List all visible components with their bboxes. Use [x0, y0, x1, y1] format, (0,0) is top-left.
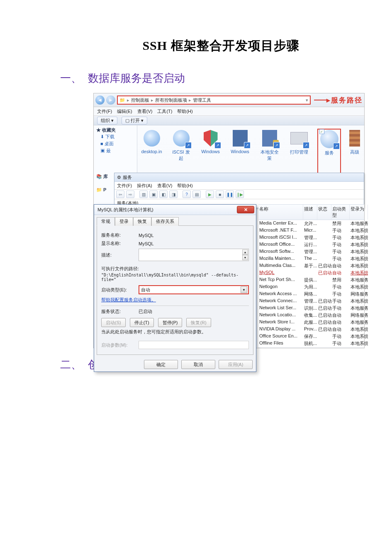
service-row[interactable]: Microsoft .NET F...Micr...手动本地系统	[258, 227, 364, 234]
start-button[interactable]: 启动(S)	[101, 318, 126, 327]
tb-stop[interactable]: ■	[216, 191, 224, 198]
tb-back[interactable]: ⇦	[116, 191, 124, 198]
section-2-num: 二、	[60, 357, 85, 372]
tab-general[interactable]: 常规	[97, 217, 115, 226]
sidebar-recent[interactable]: ▣ 最	[96, 147, 134, 154]
service-row[interactable]: Microsoft Softw...管理...手动本地系统	[258, 248, 364, 255]
stop-button[interactable]: 停止(T)	[130, 318, 154, 327]
apply-button[interactable]: 应用(A)	[219, 360, 253, 369]
service-row[interactable]: Microsoft Office...运行...手动本地系统	[258, 241, 364, 248]
service-row[interactable]: Network Store I...此服...已启动自动本地服务	[258, 319, 364, 326]
svc-menu-file[interactable]: 文件(F)	[117, 183, 132, 189]
desc-label: 描述:	[101, 252, 139, 258]
icon-desktop-ini[interactable]: desktop.in	[141, 129, 163, 174]
explorer-addressbar-row: ◄ ► 📁 ▸ 控制面板 ▸ 所有控制面板项 ▸ 管理工具 ▾ ▸服务路径	[94, 93, 364, 107]
start-params-hint: 当从此处启动服务时，您可指定所适用的启动参数。	[101, 329, 249, 335]
svc-menu-help[interactable]: 帮助(H)	[177, 183, 192, 189]
service-row[interactable]: Multimedia Clas...基于...已启动自动本地系统	[258, 262, 364, 269]
service-row[interactable]: Microsoft iSCSI I...管理...手动本地系统	[258, 234, 364, 241]
tb-1[interactable]: ▤	[192, 191, 201, 198]
services-list[interactable]: 名称 描述 状态 启动类型 登录为 Media Center Ex...允许..…	[258, 204, 364, 347]
chevron-down-icon: ▼	[241, 286, 247, 293]
tb-help[interactable]: ?	[183, 191, 191, 198]
description-field[interactable]: ▲▼	[139, 249, 249, 261]
section-1-num: 一、	[60, 71, 85, 86]
service-row[interactable]: Netlogon为用...手动本地系统	[258, 284, 364, 291]
icon-print-mgmt[interactable]: ↗打印管理	[288, 129, 310, 174]
sidebar-p[interactable]: 📁 P	[96, 187, 116, 193]
screenshot: ◄ ► 📁 ▸ 控制面板 ▸ 所有控制面板项 ▸ 管理工具 ▾ ▸服务路径 文件…	[93, 93, 365, 348]
tb-start[interactable]: ▶	[206, 191, 214, 198]
service-row[interactable]: Network List Ser...识别...已启动手动本地服务	[258, 305, 364, 312]
crumb-1[interactable]: 所有控制面板项	[155, 97, 187, 103]
tb-export[interactable]: ◧	[159, 191, 168, 198]
service-row[interactable]: Offline Files脱机...手动本地系统	[258, 340, 364, 347]
menu-view[interactable]: 查看(V)	[137, 108, 153, 115]
address-bar[interactable]: 📁 ▸ 控制面板 ▸ 所有控制面板项 ▸ 管理工具 ▾	[117, 95, 311, 105]
tb-show[interactable]: ▥	[139, 191, 148, 198]
start-params-input[interactable]	[139, 341, 249, 349]
path-label: 可执行文件的路径:	[101, 266, 249, 272]
service-row[interactable]: MySQL已启动自动本地系统	[258, 269, 364, 276]
service-row[interactable]: Office Source En...保存...手动本地系统	[258, 333, 364, 340]
tab-logon[interactable]: 登录	[115, 217, 133, 226]
open-button[interactable]: ▢ 打开 ▾	[122, 117, 147, 125]
service-row[interactable]: Mozilla Mainten...The ...手动本地系统	[258, 255, 364, 262]
forward-button[interactable]: ►	[106, 95, 115, 105]
crumb-0[interactable]: 控制面板	[131, 97, 149, 103]
service-row[interactable]: Media Center Ex...允许...禁用本地服务	[258, 220, 364, 227]
start-params-label: 启动参数(M):	[101, 342, 139, 348]
display-name-label: 显示名称:	[101, 240, 139, 247]
tb-restart[interactable]: ❙▶	[236, 191, 244, 198]
section-1: 一、 数据库服务是否启动	[60, 71, 348, 86]
service-row[interactable]: Net Tcp Port Sh...提供...禁用本地服务	[258, 276, 364, 284]
sidebar-favorites[interactable]: ★ 收藏夹	[96, 127, 134, 133]
icon-windows-firewall[interactable]: ↗Windows	[200, 129, 222, 174]
icon-windows-memory[interactable]: ↗Windows	[229, 129, 251, 174]
dialog-title: MySQL 的属性(本地计算机)	[97, 207, 153, 213]
service-row[interactable]: Network Access ...网络...手动网络服务	[258, 291, 364, 298]
tb-refresh[interactable]: ▣	[149, 191, 158, 198]
service-row[interactable]: NVIDIA Display ...Prov...已启动自动本地系统	[258, 326, 364, 333]
menu-tools[interactable]: 工具(T)	[157, 108, 172, 115]
service-row[interactable]: Network Locatio...收集...已启动自动网络服务	[258, 312, 364, 319]
explorer-toolbar: 组织 ▾ ▢ 打开 ▾	[94, 116, 364, 125]
tb-fwd[interactable]: ⇨	[126, 191, 134, 198]
service-row[interactable]: Network Connec...管理...已启动手动本地系统	[258, 298, 364, 305]
cancel-button[interactable]: 取消	[181, 360, 215, 369]
sidebar-downloads[interactable]: ⬇ 下载	[96, 133, 134, 140]
menu-file[interactable]: 文件(F)	[97, 108, 112, 115]
close-button[interactable]: ✕	[237, 206, 254, 213]
startup-type-dropdown[interactable]: 自动 ▼	[139, 285, 249, 294]
doc-title: SSH 框架整合开发项目步骤	[93, 37, 348, 54]
explorer-menu: 文件(F) 编辑(E) 查看(V) 工具(T) 帮助(H)	[94, 107, 364, 116]
organize-button[interactable]: 组织 ▾	[97, 117, 117, 125]
tab-dependencies[interactable]: 依存关系	[151, 217, 179, 226]
pause-button[interactable]: 暂停(P)	[158, 318, 183, 327]
tab-recovery[interactable]: 恢复	[133, 217, 151, 226]
tb-pause[interactable]: ❚❚	[226, 191, 234, 198]
sidebar-desktop[interactable]: ■ 桌面	[96, 140, 134, 147]
svc-menu-view[interactable]: 查看(V)	[157, 183, 173, 189]
ok-button[interactable]: 确定	[144, 360, 178, 369]
sidebar-libraries[interactable]: 📚 库	[96, 174, 116, 180]
icon-iscsi[interactable]: ↗iSCSI 发起	[170, 129, 192, 174]
service-name-label: 服务名称:	[101, 232, 139, 238]
icon-services[interactable]: ↗服务	[317, 129, 341, 174]
startup-type-label: 启动类型(E):	[101, 287, 139, 293]
section-1-text: 数据库服务是否启动	[88, 72, 185, 84]
resume-button[interactable]: 恢复(R)	[186, 318, 211, 327]
back-button[interactable]: ◄	[95, 95, 105, 105]
startup-type-value: 自动	[141, 287, 150, 293]
svc-menu-action[interactable]: 操作(A)	[137, 183, 152, 189]
menu-edit[interactable]: 编辑(E)	[117, 108, 132, 115]
folder-icon: 📁	[119, 98, 125, 103]
icon-advanced[interactable]: 高级	[348, 129, 361, 174]
icon-local-security[interactable]: ↗本地安全策	[258, 129, 280, 174]
service-name-value: MySQL	[139, 233, 154, 238]
menu-help[interactable]: 帮助(H)	[177, 108, 192, 115]
tb-props[interactable]: ◨	[169, 191, 178, 198]
crumb-2[interactable]: 管理工具	[193, 97, 211, 103]
help-link[interactable]: 帮助我配置服务启动选项。	[101, 297, 156, 302]
status-value: 已启动	[139, 308, 152, 315]
